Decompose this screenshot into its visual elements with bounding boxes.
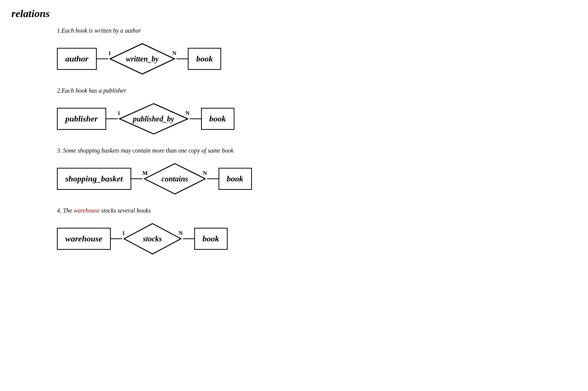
entity-book-3: book bbox=[219, 168, 252, 190]
cardinality-right-1: N bbox=[172, 50, 176, 57]
relation-group-4: 4. The warehouse stocks several books wa… bbox=[11, 207, 577, 256]
diamond-published-by: published_by bbox=[118, 102, 190, 136]
relation-desc-3: 3. Some shopping baskets may contain mor… bbox=[57, 147, 577, 154]
line-right-2 bbox=[190, 118, 201, 119]
line-left-4 bbox=[111, 238, 122, 239]
relation-desc-4-highlight: warehouse bbox=[74, 207, 100, 214]
relation-group-3: 3. Some shopping baskets may contain mor… bbox=[11, 147, 577, 196]
page-title: relations bbox=[11, 8, 577, 20]
line-left-1 bbox=[97, 58, 108, 59]
line-left-2 bbox=[106, 118, 118, 119]
er-diagram-1: author 1 written_by N book bbox=[57, 42, 577, 76]
diamond-written-by: written_by bbox=[108, 42, 176, 76]
cardinality-right-3: N bbox=[203, 170, 207, 177]
line-right-3 bbox=[207, 178, 219, 179]
entity-shopping-basket: shopping_basket bbox=[57, 168, 131, 190]
entity-author: author bbox=[57, 48, 97, 70]
diamond-stocks: stocks bbox=[122, 222, 183, 256]
er-diagram-4: warehouse 1 stocks N book bbox=[57, 222, 577, 256]
relation-desc-2: 2.Each book has a publisher bbox=[57, 87, 577, 94]
line-left-3 bbox=[131, 178, 143, 179]
cardinality-right-2: N bbox=[186, 110, 190, 117]
relation-desc-4-prefix: 4. The bbox=[57, 207, 74, 214]
entity-warehouse: warehouse bbox=[57, 228, 111, 250]
entity-book-4: book bbox=[194, 228, 228, 250]
relation-group-1: 1.Each book is written by a author autho… bbox=[11, 27, 577, 76]
relation-group-2: 2.Each book has a publisher publisher 1 … bbox=[11, 87, 577, 136]
relation-desc-4: 4. The warehouse stocks several books bbox=[57, 207, 577, 214]
entity-book-1: book bbox=[188, 48, 221, 70]
er-diagram-2: publisher 1 published_by N book bbox=[57, 102, 577, 136]
cardinality-right-4: N bbox=[179, 230, 183, 236]
er-diagram-3: shopping_basket M contains N book bbox=[57, 162, 577, 196]
line-right-1 bbox=[176, 58, 188, 59]
line-right-4 bbox=[183, 238, 194, 239]
entity-book-2: book bbox=[201, 108, 234, 130]
relation-desc-1: 1.Each book is written by a author bbox=[57, 27, 577, 34]
diamond-contains: contains bbox=[143, 162, 207, 196]
relation-desc-4-suffix: stocks several books bbox=[100, 207, 151, 214]
entity-publisher: publisher bbox=[57, 108, 106, 130]
